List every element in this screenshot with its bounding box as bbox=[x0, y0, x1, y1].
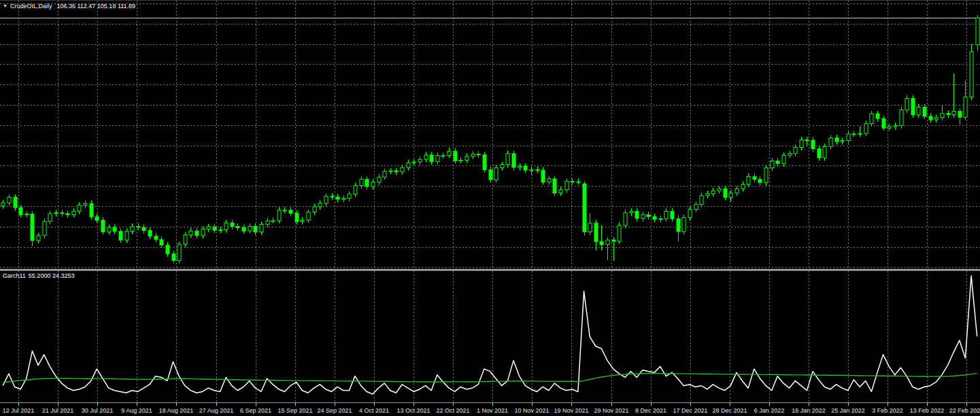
time-axis-label: 28 Dec 2021 bbox=[712, 407, 747, 414]
time-axis-label: 29 Nov 2021 bbox=[594, 407, 628, 414]
time-axis-tick bbox=[58, 403, 58, 406]
chart-window: ▼CrudeOIL,Daily106.36 112.47 105.18 111.… bbox=[0, 0, 980, 416]
time-axis-label: 6 Jan 2022 bbox=[754, 407, 785, 414]
time-axis-label: 6 Sep 2021 bbox=[240, 407, 271, 414]
time-axis-tick bbox=[888, 403, 888, 406]
time-axis-tick bbox=[769, 403, 770, 406]
window-separator[interactable] bbox=[0, 269, 980, 271]
time-axis-tick bbox=[374, 403, 375, 406]
time-axis-tick bbox=[730, 403, 730, 406]
time-axis-label: 17 Dec 2021 bbox=[673, 407, 707, 414]
time-axis-tick bbox=[413, 403, 414, 406]
indicator-name-label: Garch11 bbox=[3, 272, 26, 279]
time-axis-label: 18 Aug 2021 bbox=[159, 407, 194, 414]
time-axis-label: 22 Feb 2022 bbox=[949, 407, 980, 414]
time-axis-label: 25 Jan 2022 bbox=[831, 407, 865, 414]
ohlc-values: 106.36 112.47 105.18 111.89 bbox=[56, 3, 135, 10]
chart-header: ▼CrudeOIL,Daily106.36 112.47 105.18 111.… bbox=[3, 3, 135, 10]
time-axis-label: 22 Oct 2021 bbox=[436, 407, 469, 414]
time-axis-tick bbox=[216, 403, 217, 406]
time-axis-label: 15 Sep 2021 bbox=[277, 407, 312, 414]
time-axis-tick bbox=[651, 403, 652, 406]
time-axis-label: 4 Oct 2021 bbox=[359, 407, 389, 414]
time-axis-tick bbox=[453, 403, 454, 406]
time-axis-tick bbox=[571, 403, 572, 406]
time-axis-label: 8 Dec 2021 bbox=[635, 407, 666, 414]
symbol-dropdown-icon[interactable]: ▼ bbox=[3, 3, 7, 8]
time-axis-label: 12 Jul 2021 bbox=[3, 407, 35, 414]
indicator-header: Garch1155.2000 24.3253 bbox=[3, 272, 74, 279]
time-axis-tick bbox=[690, 403, 691, 406]
indicator-values: 55.2000 24.3253 bbox=[29, 272, 75, 279]
time-axis-tick bbox=[295, 403, 296, 406]
time-axis-tick bbox=[18, 403, 19, 406]
symbol-period-label: CrudeOIL,Daily bbox=[10, 3, 52, 10]
time-axis-label: 3 Feb 2022 bbox=[872, 407, 903, 414]
time-axis-tick bbox=[97, 403, 98, 406]
time-axis-label: 1 Nov 2021 bbox=[477, 407, 508, 414]
time-axis-tick bbox=[176, 403, 177, 406]
time-axis-tick bbox=[611, 403, 612, 406]
time-axis-tick bbox=[335, 403, 335, 406]
time-axis-tick bbox=[256, 403, 256, 406]
time-axis-tick bbox=[848, 403, 849, 406]
time-axis-tick bbox=[137, 403, 137, 406]
time-axis-tick bbox=[966, 403, 967, 406]
time-axis-label: 21 Jul 2021 bbox=[42, 407, 74, 414]
time-axis-label: 24 Sep 2021 bbox=[317, 407, 352, 414]
indicator-chart[interactable] bbox=[0, 271, 980, 402]
price-chart[interactable] bbox=[0, 1, 980, 269]
time-axis-label: 27 Aug 2021 bbox=[199, 407, 234, 414]
time-axis-label: 16 Jan 2022 bbox=[792, 407, 826, 414]
time-axis-tick bbox=[532, 403, 533, 406]
time-axis-label: 9 Aug 2021 bbox=[121, 407, 152, 414]
time-axis-label: 10 Nov 2021 bbox=[514, 407, 549, 414]
time-axis-label: 30 Jul 2021 bbox=[82, 407, 114, 414]
time-axis-label: 19 Nov 2021 bbox=[554, 407, 588, 414]
time-axis[interactable]: 12 Jul 202121 Jul 202130 Jul 20219 Aug 2… bbox=[0, 402, 980, 416]
time-axis-tick bbox=[927, 403, 928, 406]
time-axis-tick bbox=[809, 403, 809, 406]
time-axis-label: 13 Oct 2021 bbox=[396, 407, 430, 414]
time-axis-label: 13 Feb 2022 bbox=[910, 407, 945, 414]
time-axis-tick bbox=[492, 403, 493, 406]
